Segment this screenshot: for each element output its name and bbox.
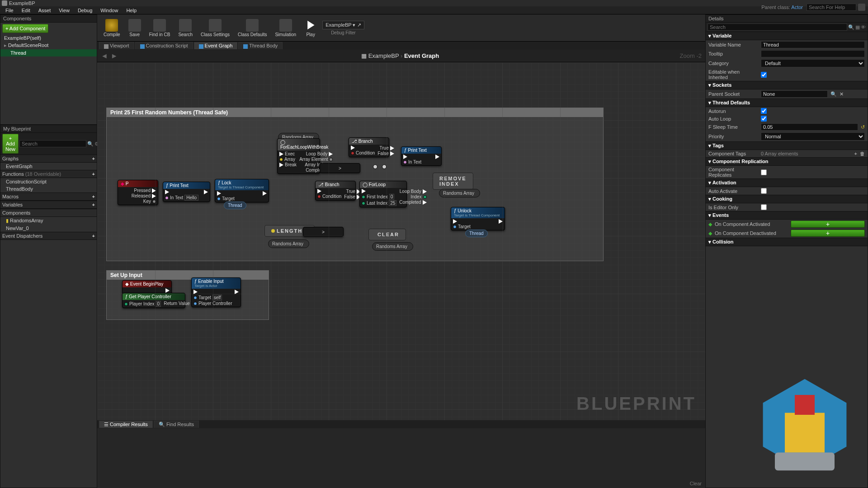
pin-cond[interactable]: Condition [317,194,341,199]
pin-intext[interactable]: In Text [403,160,421,164]
pin-exec-in[interactable] [362,189,396,193]
node-branch-2[interactable]: ⎇ Branch Condition True False [315,181,356,201]
pin-false[interactable]: False [377,151,394,156]
check-autoloop[interactable] [761,116,767,122]
reroute[interactable] [382,164,387,169]
var-newvar0[interactable]: NewVar_0 [0,225,97,232]
check-auto-activate[interactable] [761,188,767,194]
pin-exec-in[interactable] [193,290,232,294]
tab-threadbody[interactable]: Thread Body [238,42,283,49]
functions-header[interactable]: Functions (18 Overridable)+ [0,170,97,178]
graph-event[interactable]: EventGraph [0,163,97,170]
pill-thread-2[interactable]: Thread [465,230,488,237]
add-dispatcher-icon[interactable]: + [92,233,95,239]
cat-thread-defaults[interactable]: Thread Defaults [706,99,868,107]
node-clear[interactable]: CLEAR [368,229,406,240]
cat-sockets[interactable]: Sockets [706,81,868,89]
node-enable-input[interactable]: ƒ Enable InputTarget is Actor Target sel… [191,277,241,307]
select-priority[interactable]: Normal [761,132,865,141]
comment-setup-input[interactable]: Set Up Input [106,270,269,320]
cat-collision[interactable]: Collision [706,238,868,246]
graphs-header[interactable]: Graphs+ [0,155,97,163]
details-search[interactable] [708,23,847,31]
search-icon[interactable]: 🔍 [848,24,854,30]
pin-done[interactable]: Completed [299,168,333,173]
node-get-randoms-array-1[interactable]: Randoms Array [278,133,319,141]
pin-exec-in[interactable] [317,189,341,193]
pin-pressed[interactable]: Pressed [132,188,156,193]
pin-target[interactable]: Target [453,224,471,229]
nav-fwd[interactable]: ► [111,52,118,60]
input-parent-socket[interactable] [761,90,828,98]
component-self[interactable]: ExampleBP(self) [0,34,97,42]
dispatchers-header[interactable]: Event Dispatchers+ [0,232,97,240]
search-icon[interactable]: 🔍 [87,141,94,147]
input-var-name[interactable] [761,41,865,48]
search-icon[interactable]: 🔍 [830,91,837,97]
variables-header[interactable]: Variables+ [0,201,97,209]
close-icon[interactable]: ✕ [840,91,844,97]
node-print-text-1[interactable]: ƒ Print Text In Text Hello [163,182,210,202]
add-icon[interactable]: + [854,151,857,156]
simulation-button[interactable]: Simulation [272,18,299,38]
pin-player-index[interactable]: Player Index 0 [124,301,161,307]
search-icon[interactable] [858,4,865,11]
node-unlock[interactable]: ƒ UnlockTarget is Thread Component Targe… [451,207,505,230]
menu-view[interactable]: View [55,7,73,14]
pin-idx[interactable]: Index [399,194,426,199]
check-autorun[interactable] [761,108,767,114]
nav-back[interactable]: ◄ [101,52,108,60]
pin-array[interactable]: Array [279,157,297,162]
components-tab[interactable]: Components [0,15,97,23]
pin-true[interactable]: True [377,145,394,150]
pin-elem[interactable]: Array Element [299,157,333,162]
pin-return-value[interactable]: Return Value [164,301,195,306]
cat-activation[interactable]: Activation [706,178,868,187]
pin-loopbody[interactable]: Loop Body [399,189,426,194]
pin-exec-in[interactable] [165,190,198,194]
find-in-cb-button[interactable]: Find in CB [146,18,173,38]
add-variable-icon[interactable]: + [92,202,95,207]
component-thread[interactable]: Thread [0,49,97,56]
event-graph-canvas[interactable]: Print 25 First Random Numbers (Thread Sa… [97,62,705,420]
node-get-randoms-array-3[interactable]: Randoms Array [372,242,413,251]
search-button[interactable]: Search [175,18,195,38]
menu-asset[interactable]: Asset [35,7,55,14]
pin-exec-out[interactable] [235,290,239,294]
node-remove-index[interactable]: REMOVE INDEX [433,173,473,190]
pin-loopbody[interactable]: Loop Body [299,151,333,156]
add-event-deactivated-button[interactable]: + [791,230,865,237]
add-macro-icon[interactable]: + [92,194,95,199]
menu-window[interactable]: Window [97,7,122,14]
node-branch-1[interactable]: ⎇ Branch Condition True False [349,137,389,157]
pin-exec-out[interactable] [204,190,208,194]
pin-exec-out[interactable] [263,191,267,196]
pin-exec-out[interactable] [499,219,503,224]
pin-last[interactable]: Last Index 25 [362,200,396,206]
parent-class-link[interactable]: Actor [791,5,803,10]
pin-done[interactable]: Completed [399,200,426,205]
input-sleep-time[interactable] [761,123,858,131]
check-editable-inherited[interactable] [761,72,767,78]
menu-debug[interactable]: Debug [74,7,96,14]
save-button[interactable]: Save [126,18,144,38]
clear-button[interactable]: Clear [690,481,702,486]
pin-false[interactable]: False [344,194,360,199]
class-settings-button[interactable]: Class Settings [198,18,232,38]
myblueprint-tab[interactable]: My Blueprint [0,125,97,133]
add-event-activated-button[interactable]: + [791,221,865,228]
reroute[interactable] [373,164,377,169]
node-get-randoms-array-2[interactable]: Randoms Array [268,239,309,248]
pin-exec-in[interactable] [403,155,421,159]
pin-true[interactable]: True [344,189,360,194]
filter-icon[interactable]: ▦ [855,24,860,30]
menu-file[interactable]: File [2,7,17,14]
pin-cond[interactable]: Condition [351,150,375,155]
comment-thread-safe[interactable]: Print 25 First Random Numbers (Thread Sa… [106,108,604,261]
func-construction[interactable]: ConstructionScript [0,178,97,185]
cat-events[interactable]: Events [706,211,868,220]
class-defaults-button[interactable]: Class Defaults [235,18,269,38]
pin-key[interactable]: Key [132,199,156,204]
breadcrumb[interactable]: ▦ ExampleBP › Event Graph [361,52,439,59]
input-tooltip[interactable] [761,50,865,57]
